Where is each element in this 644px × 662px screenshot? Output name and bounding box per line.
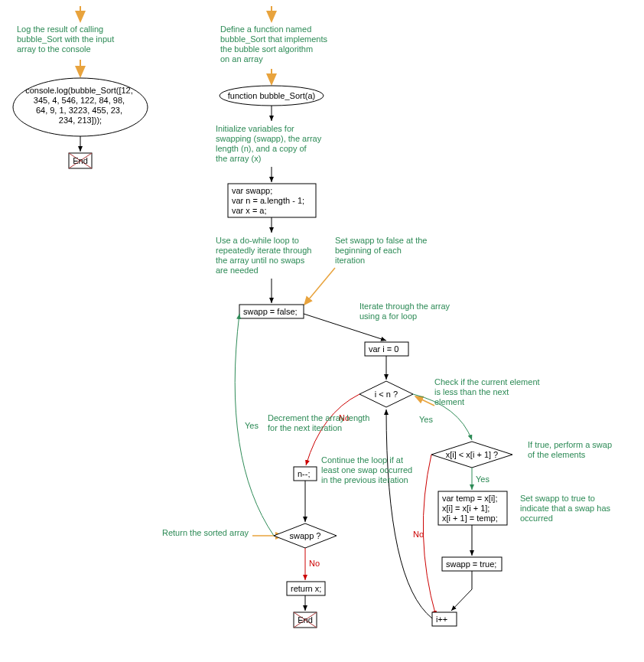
label-cond-swapp-no: No <box>309 559 320 568</box>
annot-continue: Continue the loop if at least one swap o… <box>321 455 415 484</box>
node-swapp-false-text: swapp = false; <box>243 307 298 316</box>
node-swapp-true-text: swapp = true; <box>446 559 496 569</box>
node-cond-swapp-text: swapp ? <box>290 531 321 540</box>
node-ipp-text: i++ <box>436 615 447 624</box>
annot-swap: If true, perform a swap of the elements <box>528 440 614 459</box>
node-swap-text: var temp = x[i]; x[i] = x[i + 1]; x[i + … <box>442 494 500 523</box>
edge-ipp-back <box>386 409 432 618</box>
annot-check-less: Check if the current element is less tha… <box>434 377 542 406</box>
annot-decrement: Decrement the array length for the next … <box>268 413 372 432</box>
node-cond-in-text: i < n ? <box>375 390 398 399</box>
annot-set-false: Set swapp to false at the beginning of e… <box>335 236 430 265</box>
node-cond-xi-text: x[i] < x[i + 1] ? <box>446 450 498 459</box>
annot-dowhile: Use a do-while loop to repeatedly iterat… <box>216 236 314 275</box>
label-cond-xi-no: No <box>413 530 424 539</box>
annot-func-def: Define a function named bubble_Sort that… <box>220 24 330 64</box>
edge-to-ipp <box>451 571 472 611</box>
node-right-end: End <box>294 612 317 628</box>
orange-connector-setfalse <box>304 268 335 305</box>
edge-cond-xi-no <box>423 455 436 616</box>
node-var-i0-text: var i = 0 <box>369 344 398 354</box>
label-cond-swapp-yes: Yes <box>245 421 259 430</box>
label-cond-xi-yes: Yes <box>476 474 490 484</box>
svg-text:End: End <box>298 615 313 624</box>
node-left-end: End <box>69 153 92 168</box>
annot-init-vars: Initialize variables for swapping (swapp… <box>216 124 324 163</box>
node-func-def-text: function bubble_Sort(a) <box>228 91 315 100</box>
node-return-x-text: return x; <box>291 584 321 593</box>
label-cond-in-yes: Yes <box>419 415 433 424</box>
flowchart-canvas: Log the result of calling bubble_Sort wi… <box>0 0 644 662</box>
annot-left-call: Log the result of calling bubble_Sort wi… <box>17 24 116 54</box>
annot-set-true: Set swapp to true to indicate that a swa… <box>520 494 613 523</box>
node-ndec-text: n--; <box>298 469 311 478</box>
annot-for-loop: Iterate through the array using a for lo… <box>359 302 452 321</box>
annot-return: Return the sorted array <box>162 528 249 537</box>
svg-text:End: End <box>73 156 88 165</box>
